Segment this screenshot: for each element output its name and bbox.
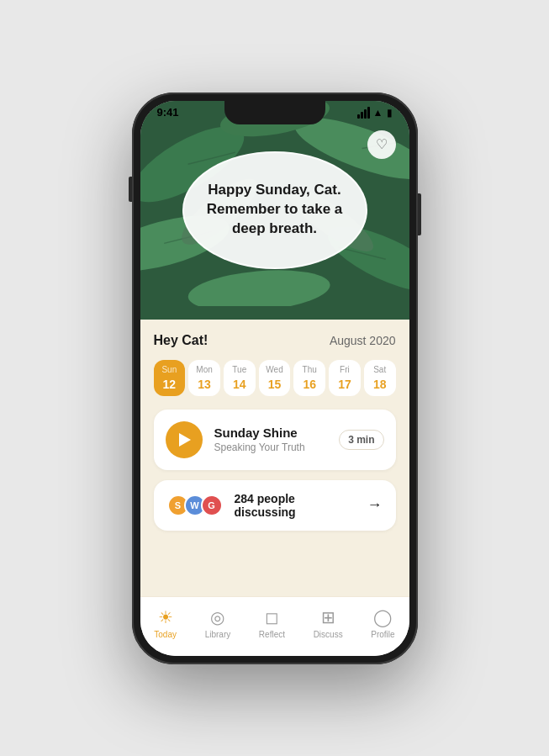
heart-icon: ♡ [376,136,388,152]
avatar-group: SWG [167,494,223,516]
day-number: 18 [373,378,387,391]
discuss-icon: ⊞ [321,607,335,627]
calendar-day-15[interactable]: Wed 15 [259,360,291,396]
notch [224,101,325,124]
greeting-bubble: Happy Sunday, Cat. Remember to take a de… [182,151,367,269]
day-name: Sun [161,365,177,374]
day-name: Thu [303,365,317,374]
day-number: 15 [268,378,282,391]
profile-icon: ◯ [373,607,392,627]
day-name: Fri [340,365,350,374]
battery-icon: ▮ [387,107,393,119]
signal-icon [357,107,370,119]
calendar-day-16[interactable]: Thu 16 [293,360,325,396]
duration-badge: 3 min [339,430,383,450]
play-button[interactable] [166,421,203,458]
nav-label-profile: Profile [371,630,394,639]
headphones-icon: ◎ [210,607,224,627]
content-header: Hey Cat! August 2020 [154,333,396,348]
calendar-day-13[interactable]: Mon 13 [188,360,220,396]
episode-info: Sunday Shine Speaking Your Truth [214,426,328,453]
day-number: 13 [198,378,211,391]
calendar-day-18[interactable]: Sat 18 [364,360,396,396]
nav-label-discuss: Discuss [314,630,343,639]
day-number: 16 [303,378,316,391]
day-name: Tue [232,365,246,374]
day-name: Sat [373,365,386,374]
nav-label-today: Today [154,630,177,639]
calendar-day-12[interactable]: Sun 12 [154,360,186,396]
episode-title: Sunday Shine [214,426,328,440]
discussion-text: 284 people discussing [235,492,359,519]
nav-item-library[interactable]: ◎ Library [198,604,238,642]
user-greeting: Hey Cat! [154,333,209,348]
heart-button[interactable]: ♡ [367,130,396,159]
calendar-day-14[interactable]: Tue 14 [224,360,256,396]
nav-label-reflect: Reflect [259,630,285,639]
day-name: Wed [266,365,282,374]
nav-item-reflect[interactable]: ◻ Reflect [252,604,292,642]
calendar-row: Sun 12 Mon 13 Tue 14 Wed 15 Thu 16 Fri 1… [154,360,396,396]
phone-screen: 9:41 ▲ ▮ ♡ Happy Sunday, Cat [140,101,409,656]
calendar-day-17[interactable]: Fri 17 [329,360,361,396]
status-time: 9:41 [157,106,179,119]
episode-subtitle: Speaking Your Truth [214,441,328,453]
nav-item-profile[interactable]: ◯ Profile [364,604,401,642]
wifi-icon: ▲ [373,107,383,119]
episode-card[interactable]: Sunday Shine Speaking Your Truth 3 min [154,410,396,470]
play-icon [179,433,191,447]
day-number: 17 [338,378,351,391]
nav-label-library: Library [205,630,231,639]
day-number: 14 [233,378,246,391]
discussion-card[interactable]: SWG 284 people discussing → [154,480,396,531]
reflect-icon: ◻ [265,607,279,627]
day-number: 12 [163,378,177,391]
day-name: Mon [196,365,212,374]
month-year: August 2020 [330,334,396,347]
content-area: Hey Cat! August 2020 Sun 12 Mon 13 Tue 1… [140,320,409,596]
nav-item-today[interactable]: ☀ Today [147,604,183,642]
arrow-icon: → [367,496,383,514]
avatar-g: G [201,494,223,516]
sun-icon: ☀ [158,607,173,627]
bottom-nav: ☀ Today ◎ Library ◻ Reflect ⊞ Discuss ◯ … [140,596,409,656]
status-icons: ▲ ▮ [357,107,393,119]
greeting-text: Happy Sunday, Cat. Remember to take a de… [201,181,349,239]
phone-frame: 9:41 ▲ ▮ ♡ Happy Sunday, Cat [132,93,418,664]
nav-item-discuss[interactable]: ⊞ Discuss [307,604,350,642]
hero-section: 9:41 ▲ ▮ ♡ Happy Sunday, Cat [140,101,409,320]
